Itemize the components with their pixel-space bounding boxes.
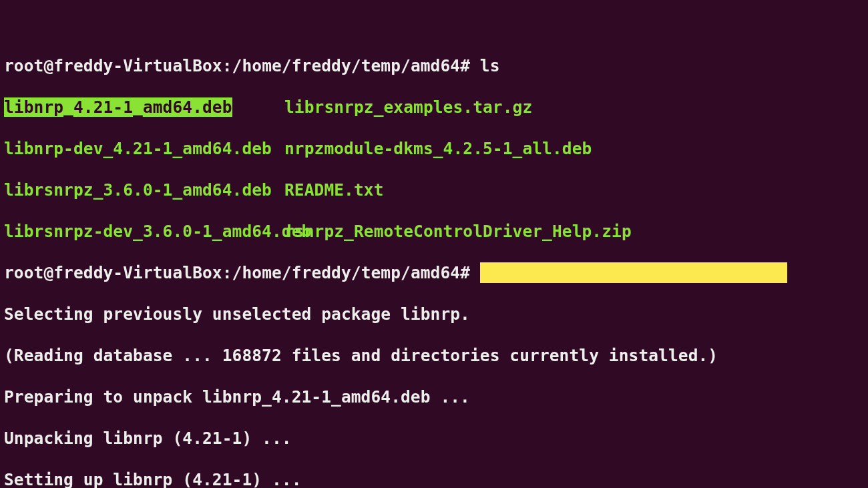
command-dpkg: dpkg -i libnrp_4.21-1_amd64.deb (480, 263, 787, 282)
ls-file: librsnrpz-dev_3.6.0-1_amd64.deb (4, 222, 311, 241)
ls-file-selected: libnrp_4.21-1_amd64.deb (4, 97, 232, 117)
prompt-path: /home/freddy/temp/amd64 (232, 56, 461, 75)
dpkg-output-line: (Reading database ... 168872 files and d… (4, 345, 868, 366)
dpkg-output-line: Setting up libnrp (4.21-1) ... (4, 469, 868, 488)
prompt-separator: : (222, 56, 232, 75)
ls-file: README.txt (284, 180, 384, 200)
ls-file: libnrp-dev_4.21-1_amd64.deb (4, 139, 272, 158)
ls-row: librsnrpz-dev_3.6.0-1_amd64.debrsnrpz_Re… (4, 221, 868, 242)
ls-file: librsnrpz_3.6.0-1_amd64.deb (4, 180, 272, 200)
command-dpkg-highlight: dpkg -i libnrp_4.21-1_amd64.deb (480, 262, 787, 283)
terminal[interactable]: root@freddy-VirtualBox:/home/freddy/temp… (0, 0, 868, 488)
prompt-line-2: root@freddy-VirtualBox:/home/freddy/temp… (4, 262, 868, 283)
prompt-user-host: root@freddy-VirtualBox (4, 263, 222, 282)
ls-file: librsnrpz_examples.tar.gz (284, 97, 532, 117)
ls-row: libnrp-dev_4.21-1_amd64.debnrpzmodule-dk… (4, 138, 868, 159)
prompt-separator: : (222, 263, 232, 282)
dpkg-output-line: Unpacking libnrp (4.21-1) ... (4, 428, 868, 449)
ls-file: rsnrpz_RemoteControlDriver_Help.zip (284, 222, 632, 241)
prompt-path: /home/freddy/temp/amd64 (232, 263, 461, 282)
prompt-user-host: root@freddy-VirtualBox (4, 56, 222, 75)
ls-row: librsnrpz_3.6.0-1_amd64.debREADME.txt (4, 180, 868, 200)
dpkg-output-line: Preparing to unpack libnrp_4.21-1_amd64.… (4, 387, 868, 407)
ls-file: nrpzmodule-dkms_4.2.5-1_all.deb (284, 139, 592, 158)
prompt-line-1: root@freddy-VirtualBox:/home/freddy/temp… (4, 55, 868, 76)
command-ls: ls (480, 56, 500, 75)
ls-row: libnrp_4.21-1_amd64.deblibrsnrpz_example… (4, 97, 868, 117)
prompt-sigil: # (460, 56, 470, 75)
dpkg-output-line: Selecting previously unselected package … (4, 304, 868, 324)
prompt-sigil: # (460, 263, 470, 282)
